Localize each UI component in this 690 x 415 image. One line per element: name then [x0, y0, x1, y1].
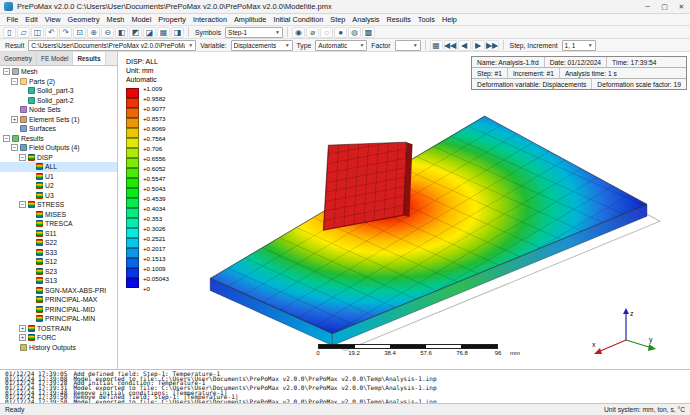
expander-icon[interactable]: − [3, 135, 10, 142]
tree-item-tresca[interactable]: TRESCA [0, 219, 117, 229]
tree-item-surfaces[interactable]: Surfaces [0, 124, 117, 134]
expander-icon[interactable]: − [19, 154, 26, 161]
tree-item-principal-min[interactable]: PRINCIPAL-MIN [0, 314, 117, 324]
expander-icon[interactable]: + [19, 325, 26, 332]
zoom-in-icon[interactable]: ⊕ [87, 27, 100, 38]
expander-icon[interactable]: − [11, 144, 18, 151]
tree-item-mesh[interactable]: −Mesh [0, 67, 117, 77]
zoom-fit-icon[interactable]: ⊡ [73, 27, 86, 38]
expander-icon[interactable]: + [11, 116, 18, 123]
tree-item-principal-mid[interactable]: PRINCIPAL-MID [0, 305, 117, 315]
tab-results[interactable]: Results [73, 52, 105, 65]
undo-icon[interactable]: ↶ [45, 27, 58, 38]
expander-icon[interactable]: − [3, 68, 10, 75]
first-frame-icon[interactable]: ◀◀ [444, 40, 457, 51]
play-icon[interactable]: ▶ [472, 40, 485, 51]
tree-item-stress[interactable]: −STRESS [0, 200, 117, 210]
front-view-icon[interactable]: ◧ [115, 27, 128, 38]
tree-item-forc[interactable]: +FORC [0, 333, 117, 343]
transparency-icon[interactable]: ◍ [348, 27, 361, 38]
redo-icon[interactable]: ↷ [59, 27, 72, 38]
type-dropdown[interactable]: Automatic ▼ [315, 40, 367, 51]
previous-frame-icon[interactable]: ◀ [458, 40, 471, 51]
message-log[interactable]: 01/12/24 17:39:05Add defined field: Step… [0, 369, 690, 403]
maximize-button[interactable]: ▢ [656, 0, 673, 13]
open-file-icon[interactable]: ▱ [17, 27, 30, 38]
legend-value: +0.706 [143, 145, 162, 152]
symbols-dropdown[interactable]: Step-1 ▼ [225, 27, 283, 38]
menu-edit[interactable]: Edit [22, 15, 42, 24]
legend-color-band [126, 158, 139, 168]
expander-icon[interactable]: − [11, 78, 18, 85]
menu-file[interactable]: File [3, 15, 22, 24]
tree-item-history-outputs[interactable]: History Outputs [0, 343, 117, 353]
menu-amplitude[interactable]: Amplitude [230, 15, 269, 24]
solid-part-icon [28, 87, 35, 94]
menu-interaction[interactable]: Interaction [189, 15, 230, 24]
menu-results[interactable]: Results [383, 15, 414, 24]
zoom-out-icon[interactable]: ⊖ [101, 27, 114, 38]
tree-item-u2[interactable]: U2 [0, 181, 117, 191]
next-frame-icon[interactable]: ▶▶ [486, 40, 499, 51]
tree-item-s11[interactable]: S11 [0, 229, 117, 239]
result-file-dropdown[interactable]: C:\Users\User\Documents\PrePoMax v2.0.0\… [28, 40, 196, 51]
tree-item-u1[interactable]: U1 [0, 172, 117, 182]
menu-analysis[interactable]: Analysis [349, 15, 383, 24]
tree-item-s22[interactable]: S22 [0, 238, 117, 248]
tree-item-element-sets-1[interactable]: +Element Sets (1) [0, 115, 117, 125]
color-contours-icon[interactable]: ▩ [362, 27, 375, 38]
close-button[interactable]: ✕ [673, 0, 690, 13]
measure-icon[interactable]: ⌀ [306, 27, 319, 38]
legend-color-band [126, 108, 139, 118]
tree-item-tostrain[interactable]: +TOSTRAIN [0, 324, 117, 334]
model-tree-panel: GeometryFE ModelResults −Mesh−Parts (2)S… [0, 52, 118, 369]
stress-field-icon [28, 201, 35, 208]
tree-item-s13[interactable]: S13 [0, 276, 117, 286]
viewport[interactable]: DISP: ALL Unit: mm Automatic +1.009+0.95… [118, 52, 690, 369]
hide-icon[interactable]: ◌ [320, 27, 333, 38]
tree-item-mises[interactable]: MISES [0, 210, 117, 220]
tree-item-all[interactable]: ALL [0, 162, 117, 172]
section-view-icon[interactable]: ◨ [171, 27, 184, 38]
tab-geometry[interactable]: Geometry [0, 52, 37, 65]
menu-initial-condition[interactable]: Initial Condition [270, 15, 327, 24]
tree-item-node-sets[interactable]: Node Sets [0, 105, 117, 115]
tree-item-s23[interactable]: S23 [0, 267, 117, 277]
top-view-icon[interactable]: ◩ [129, 27, 142, 38]
show-icon[interactable]: ● [334, 27, 347, 38]
tree-item-solid-part-3[interactable]: Solid_part-3 [0, 86, 117, 96]
minimize-button[interactable]: ─ [639, 0, 656, 13]
menu-mesh[interactable]: Mesh [103, 15, 128, 24]
new-document-icon[interactable]: ▯ [3, 27, 16, 38]
tab-fe-model[interactable]: FE Model [37, 52, 73, 65]
wireframe-view-icon[interactable]: ▦ [157, 27, 170, 38]
iso-view-icon[interactable]: ◪ [143, 27, 156, 38]
menu-tools[interactable]: Tools [414, 15, 438, 24]
tree-item-solid-part-2[interactable]: Solid_part-2 [0, 96, 117, 106]
menu-help[interactable]: Help [438, 15, 460, 24]
step-increment-dropdown[interactable]: 1, 1 ▼ [562, 40, 596, 51]
factor-input[interactable]: ▼ [395, 40, 421, 51]
toolbar-separator [425, 40, 426, 50]
animate-icon[interactable]: ▦ [430, 40, 443, 51]
expander-icon[interactable]: + [19, 334, 26, 341]
tree-item-parts-2[interactable]: −Parts (2) [0, 77, 117, 87]
tree-item-results[interactable]: −Results [0, 134, 117, 144]
menu-view[interactable]: View [41, 15, 64, 24]
tree-item-principal-max[interactable]: PRINCIPAL-MAX [0, 295, 117, 305]
menu-property[interactable]: Property [155, 15, 190, 24]
menu-step[interactable]: Step [327, 15, 349, 24]
menu-geometry[interactable]: Geometry [64, 15, 103, 24]
tree-item-u3[interactable]: U3 [0, 191, 117, 201]
tree-item-disp[interactable]: −DISP [0, 153, 117, 163]
tree-item-s33[interactable]: S33 [0, 248, 117, 258]
tree-item-sgn-max-abs-pri[interactable]: SGN-MAX-ABS-PRI [0, 286, 117, 296]
tree-item-s12[interactable]: S12 [0, 257, 117, 267]
variable-dropdown[interactable]: Displacements ▼ [231, 40, 293, 51]
menu-model[interactable]: Model [128, 15, 155, 24]
query-icon[interactable]: ◉ [292, 27, 305, 38]
save-icon[interactable]: ◫ [31, 27, 44, 38]
tree-item-label: Surfaces [29, 125, 56, 132]
expander-icon[interactable]: − [19, 201, 26, 208]
tree-item-field-outputs-4[interactable]: −Field Outputs (4) [0, 143, 117, 153]
